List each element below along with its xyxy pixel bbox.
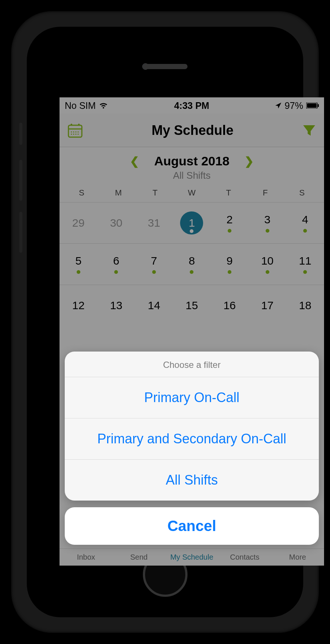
screen: No SIM 4:33 PM 97% <box>60 97 324 566</box>
earpiece-speaker <box>143 64 188 69</box>
phone-frame: No SIM 4:33 PM 97% <box>11 11 319 633</box>
volume-down-button <box>19 212 22 253</box>
filter-option-primary[interactable]: Primary On-Call <box>65 377 319 418</box>
cancel-button[interactable]: Cancel <box>65 507 319 545</box>
mute-switch <box>19 123 22 145</box>
phone-bezel: No SIM 4:33 PM 97% <box>27 27 303 617</box>
volume-up-button <box>19 160 22 201</box>
filter-option-all-shifts[interactable]: All Shifts <box>65 460 319 501</box>
action-sheet-title: Choose a filter <box>65 352 319 377</box>
action-sheet: Choose a filter Primary On-Call Primary … <box>65 352 319 545</box>
filter-option-primary-secondary[interactable]: Primary and Secondary On-Call <box>65 418 319 460</box>
